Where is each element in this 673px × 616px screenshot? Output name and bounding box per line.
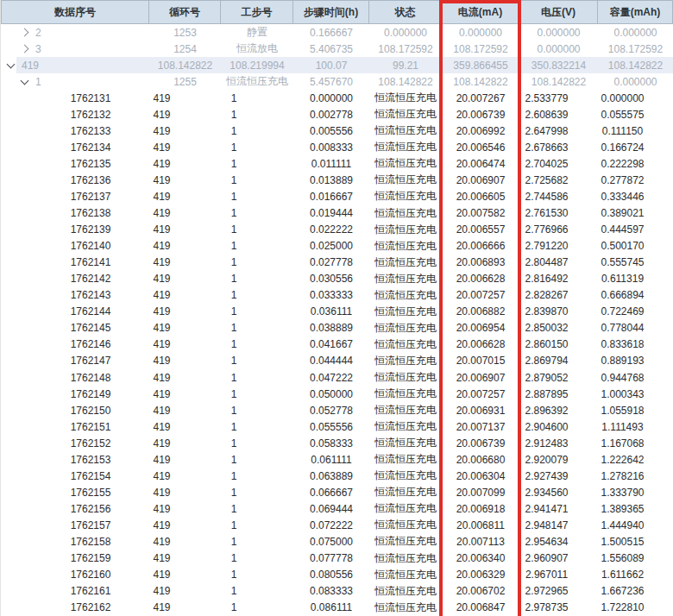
column-header-voltage[interactable]: 电压(V) (519, 1, 598, 23)
group-row-label: 1 (35, 76, 41, 88)
cell-capacity: 0.833618 (598, 336, 673, 353)
table-row[interactable]: 176214841910.047222恒流恒压充电20.0069072.8790… (1, 369, 673, 386)
cell-current: 20.006702 (442, 583, 519, 600)
column-header-status[interactable]: 状态 (369, 1, 442, 23)
cell-current: 20.006893 (442, 255, 519, 271)
cell-time: 0.000000 (293, 90, 369, 106)
table-row[interactable]: 176214141910.027778恒流恒压充电20.0068932.8044… (1, 255, 673, 271)
table-row[interactable]: 176216041910.080556恒流恒压充电20.0063292.9670… (1, 567, 673, 583)
cell-seq: 1762148 (1, 369, 149, 386)
cell-step: 1 (221, 402, 293, 418)
group-row-selected[interactable]: 419108.142822108.219994100.0799.21359.86… (1, 57, 673, 73)
cell-seq: 1 (1, 73, 149, 90)
cell-current: 20.006546 (442, 139, 519, 155)
cell-capacity: 0.055575 (598, 106, 673, 123)
table-row[interactable]: 176214341910.033333恒流恒压充电20.0072572.8282… (1, 287, 673, 304)
table-row[interactable]: 176215541910.066667恒流恒压充电20.0070992.9345… (1, 484, 673, 500)
table-row[interactable]: 176215241910.058333恒流恒压充电20.0067392.9124… (1, 435, 673, 451)
cell-time: 0.050000 (293, 386, 369, 402)
chevron-right-icon[interactable] (21, 45, 29, 53)
cell-current: 20.006918 (442, 500, 519, 517)
cell-voltage: 2.761530 (519, 205, 598, 222)
table-row[interactable]: 176213141910.000000恒流恒压充电20.0072672.5337… (1, 90, 673, 106)
cell-status: 0.000000 (369, 24, 442, 41)
cell-cycle: 419 (149, 123, 221, 139)
table-row[interactable]: 176215341910.061111恒流恒压充电20.0066802.9200… (1, 451, 673, 468)
cell-status: 恒流恒压充电 (369, 222, 442, 238)
table-row[interactable]: 176214041910.025000恒流恒压充电20.0066662.7912… (1, 238, 673, 255)
cell-status: 恒流恒压充电 (369, 451, 442, 468)
cell-cycle: 419 (149, 600, 221, 616)
column-header-seq[interactable]: 数据序号 (1, 1, 149, 23)
column-header-current[interactable]: 电流(mA) (442, 1, 519, 23)
cell-step: 1 (221, 550, 293, 567)
cell-capacity: 0.444597 (598, 222, 673, 238)
chevron-down-icon[interactable] (7, 60, 16, 68)
table-row[interactable]: 176213641910.013889恒流恒压充电20.0069072.7256… (1, 172, 673, 188)
table-row[interactable]: 176213941910.022222恒流恒压充电20.0065572.7769… (1, 222, 673, 238)
cell-status: 108.142822 (369, 73, 442, 90)
cell-cycle: 419 (149, 205, 221, 222)
cell-time: 0.041667 (293, 336, 369, 353)
cell-seq: 1762160 (1, 567, 149, 583)
group-row[interactable]: 11255恒流恒压充电5.457670108.142822108.1428221… (1, 73, 673, 90)
cell-voltage: 350.832214 (519, 57, 598, 73)
table-row[interactable]: 176214941910.050000恒流恒压充电20.0072572.8878… (1, 386, 673, 402)
cell-status: 恒流恒压充电 (369, 123, 442, 139)
cell-status: 恒流恒压充电 (369, 139, 442, 155)
table-row[interactable]: 176214641910.041667恒流恒压充电20.0066282.8601… (1, 336, 673, 353)
cell-time: 0.052778 (293, 402, 369, 418)
column-header-capacity[interactable]: 容量(mAh) (598, 1, 673, 23)
cell-current: 20.006605 (442, 188, 519, 204)
cell-capacity: 1.722810 (598, 600, 673, 616)
cell-time: 0.055556 (293, 418, 369, 435)
table-row[interactable]: 176213341910.005556恒流恒压充电20.0069922.6479… (1, 123, 673, 139)
cell-step: 1 (221, 287, 293, 304)
cell-capacity: 0.111150 (598, 123, 673, 139)
cell-current: 20.006666 (442, 238, 519, 255)
chevron-down-icon[interactable] (21, 76, 29, 85)
table-row[interactable]: 176214241910.030556恒流恒压充电20.0066282.8164… (1, 271, 673, 287)
cell-current: 20.006628 (442, 271, 519, 287)
cell-status: 恒流恒压充电 (369, 583, 442, 600)
cell-status: 恒流恒压充电 (369, 172, 442, 188)
cell-time: 0.030556 (293, 271, 369, 287)
column-header-time[interactable]: 步骤时间(h) (293, 1, 369, 23)
table-row[interactable]: 176213441910.008333恒流恒压充电20.0065462.6786… (1, 139, 673, 155)
table-row[interactable]: 176215941910.077778恒流恒压充电20.0063402.9609… (1, 550, 673, 567)
table-row[interactable]: 176215441910.063889恒流恒压充电20.0063042.9274… (1, 468, 673, 484)
table-row[interactable]: 176213741910.016667恒流恒压充电20.0066052.7445… (1, 188, 673, 204)
table-row[interactable]: 176215641910.069444恒流恒压充电20.0069182.9414… (1, 500, 673, 517)
group-row-label: 419 (22, 60, 39, 72)
table-row[interactable]: 176214741910.044444恒流恒压充电20.0070152.8697… (1, 353, 673, 369)
table-row[interactable]: 176213541910.011111恒流恒压充电20.0064742.7040… (1, 155, 673, 172)
cell-voltage: 2.967011 (519, 567, 598, 583)
table-row[interactable]: 176216141910.083333恒流恒压充电20.0067022.9729… (1, 583, 673, 600)
column-header-step[interactable]: 工步号 (221, 1, 293, 23)
table-row[interactable]: 176216241910.086111恒流恒压充电20.0068472.9787… (1, 600, 673, 616)
cell-cycle: 419 (149, 517, 221, 533)
cell-cycle: 1254 (149, 41, 221, 57)
column-header-cycle[interactable]: 循环号 (149, 1, 221, 23)
cell-cycle: 419 (149, 402, 221, 418)
table-row[interactable]: 176214441910.036111恒流恒压充电20.0068822.8398… (1, 304, 673, 320)
cell-status: 恒流恒压充电 (369, 287, 442, 304)
group-row[interactable]: 31254恒流放电5.406735108.172592108.1725920.0… (1, 41, 673, 57)
cell-time: 0.075000 (293, 533, 369, 550)
group-row[interactable]: 21253静置0.1666670.0000000.0000000.0000000… (1, 24, 673, 41)
cell-capacity: 0.889193 (598, 353, 673, 369)
table-row[interactable]: 176213241910.002778恒流恒压充电20.0067392.6086… (1, 106, 673, 123)
table-row[interactable]: 176215741910.072222恒流恒压充电20.0068112.9481… (1, 517, 673, 533)
cell-voltage: 2.744586 (519, 188, 598, 204)
cell-seq: 1762147 (1, 353, 149, 369)
cell-capacity: 0.222298 (598, 155, 673, 172)
table-row[interactable]: 176213841910.019444恒流恒压充电20.0075822.7615… (1, 205, 673, 222)
cell-capacity: 0.166724 (598, 139, 673, 155)
chevron-right-icon[interactable] (21, 28, 29, 37)
table-row[interactable]: 176215041910.052778恒流恒压充电20.0069312.8963… (1, 402, 673, 418)
cell-seq: 1762156 (1, 500, 149, 517)
table-row[interactable]: 176214541910.038889恒流恒压充电20.0069542.8500… (1, 320, 673, 336)
table-row[interactable]: 176215841910.075000恒流恒压充电20.0071132.9546… (1, 533, 673, 550)
table-row[interactable]: 176215141910.055556恒流恒压充电20.0071372.9046… (1, 418, 673, 435)
cell-step: 1 (221, 271, 293, 287)
